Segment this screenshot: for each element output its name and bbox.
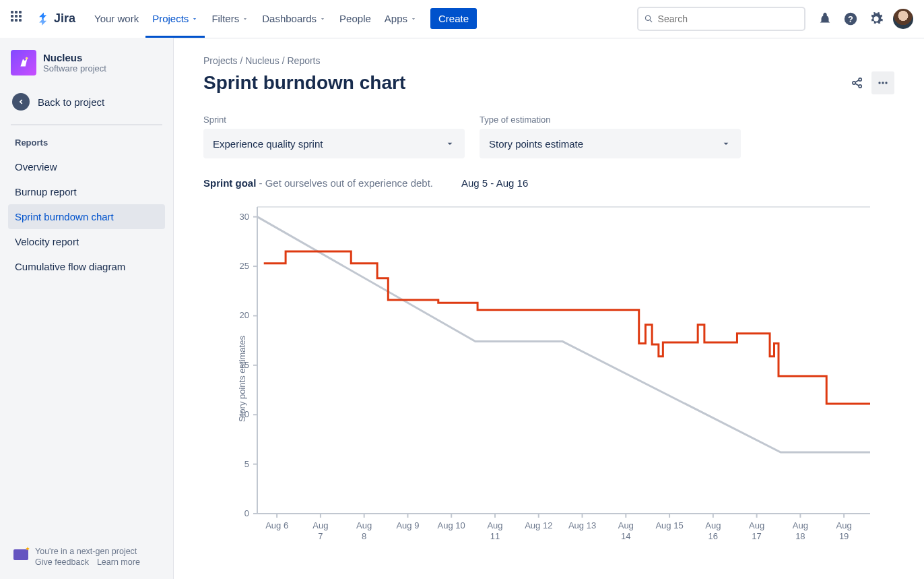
search-input[interactable] <box>658 13 799 24</box>
give-feedback-link[interactable]: Give feedback <box>35 557 89 567</box>
settings-icon[interactable] <box>865 8 887 30</box>
help-icon[interactable]: ? <box>840 8 861 30</box>
nav-apps[interactable]: Apps <box>378 0 424 38</box>
next-gen-icon <box>13 549 28 560</box>
sprint-select-label: Sprint <box>203 115 465 125</box>
svg-point-4 <box>26 57 28 60</box>
back-to-project[interactable]: Back to project <box>8 84 165 120</box>
share-button[interactable] <box>846 71 869 94</box>
svg-text:Aug 10: Aug 10 <box>438 520 465 530</box>
project-type: Software project <box>43 63 106 73</box>
sidebar-footer: You're in a next-gen project Give feedba… <box>8 541 165 572</box>
sidebar-item-overview[interactable]: Overview <box>8 154 165 179</box>
svg-line-8 <box>855 80 859 82</box>
nav-people[interactable]: People <box>333 0 378 38</box>
svg-text:Aug: Aug <box>487 520 502 530</box>
chevron-down-icon <box>242 16 249 22</box>
more-icon <box>876 76 890 90</box>
user-avatar[interactable] <box>893 9 913 29</box>
page-title: Sprint burndown chart <box>203 72 405 94</box>
svg-text:0: 0 <box>244 508 249 518</box>
svg-point-0 <box>645 16 650 20</box>
learn-more-link[interactable]: Learn more <box>97 557 140 567</box>
more-button[interactable] <box>871 71 894 94</box>
chevron-down-icon <box>319 16 326 22</box>
chevron-down-icon <box>191 16 198 22</box>
share-icon <box>851 76 864 90</box>
sidebar-item-sprint-burndown[interactable]: Sprint burndown chart <box>8 204 165 229</box>
chevron-down-icon <box>721 138 731 149</box>
nav-dashboards[interactable]: Dashboards <box>255 0 333 38</box>
svg-text:Aug: Aug <box>793 520 808 530</box>
nav-projects[interactable]: Projects <box>145 0 205 38</box>
estimation-select[interactable]: Story points estimate <box>480 129 741 158</box>
svg-text:8: 8 <box>362 531 366 541</box>
svg-text:Aug: Aug <box>705 520 721 530</box>
chevron-down-icon <box>410 16 417 22</box>
svg-text:?: ? <box>848 13 853 24</box>
svg-text:20: 20 <box>240 310 249 320</box>
sidebar-heading: Reports <box>8 131 165 154</box>
project-name: Nucleus <box>43 52 106 63</box>
project-icon <box>11 50 36 75</box>
nav-filters[interactable]: Filters <box>205 0 255 38</box>
svg-text:17: 17 <box>752 531 761 541</box>
svg-text:18: 18 <box>795 531 805 541</box>
sidebar-item-cumulative-flow[interactable]: Cumulative flow diagram <box>8 254 165 279</box>
search-box[interactable] <box>637 7 805 31</box>
svg-text:5: 5 <box>244 459 249 469</box>
top-bar: Jira Your work Projects Filters Dashboar… <box>0 0 924 38</box>
svg-point-12 <box>885 82 887 84</box>
sidebar-item-velocity[interactable]: Velocity report <box>8 229 165 254</box>
svg-text:16: 16 <box>708 531 718 541</box>
sidebar: Nucleus Software project Back to project… <box>0 38 174 579</box>
svg-text:Aug: Aug <box>356 520 372 530</box>
svg-text:Aug: Aug <box>749 520 764 530</box>
search-icon <box>644 13 654 24</box>
notifications-icon[interactable] <box>814 8 836 30</box>
svg-line-1 <box>650 20 652 22</box>
chevron-down-icon <box>444 138 455 149</box>
breadcrumb[interactable]: Projects / Nucleus / Reports <box>203 55 894 66</box>
svg-text:Aug: Aug <box>312 520 328 530</box>
svg-text:19: 19 <box>839 531 849 541</box>
y-axis-label: Story points estimates <box>237 336 247 422</box>
svg-text:Aug 12: Aug 12 <box>525 520 552 530</box>
sprint-date-range: Aug 5 - Aug 16 <box>461 177 528 189</box>
svg-text:Aug 13: Aug 13 <box>568 520 596 530</box>
sprint-goal: Sprint goal - Get ourselves out of exper… <box>203 177 433 189</box>
jira-logo[interactable]: Jira <box>36 11 75 26</box>
create-button[interactable]: Create <box>430 8 477 29</box>
project-header[interactable]: Nucleus Software project <box>8 50 165 84</box>
svg-text:7: 7 <box>318 531 323 541</box>
svg-text:Aug: Aug <box>836 520 852 530</box>
burndown-chart: Story points estimates 051015202530Aug 6… <box>203 204 894 554</box>
svg-text:14: 14 <box>621 531 630 541</box>
divider <box>11 124 162 125</box>
svg-text:Aug 9: Aug 9 <box>396 520 419 530</box>
sprint-select[interactable]: Experience quality sprint <box>203 129 465 158</box>
footer-text: You're in a next-gen project <box>35 547 140 556</box>
brand-text: Jira <box>54 11 75 26</box>
svg-text:25: 25 <box>240 261 249 271</box>
back-arrow-icon <box>12 93 30 111</box>
svg-point-11 <box>882 82 884 84</box>
svg-text:Aug 6: Aug 6 <box>265 520 288 530</box>
app-switcher-icon[interactable] <box>11 11 27 27</box>
svg-text:30: 30 <box>240 212 249 222</box>
svg-text:Aug: Aug <box>618 520 634 530</box>
sidebar-item-burnup[interactable]: Burnup report <box>8 179 165 204</box>
nav-your-work[interactable]: Your work <box>88 0 145 38</box>
svg-line-9 <box>855 84 859 86</box>
svg-text:Aug 15: Aug 15 <box>655 520 683 530</box>
main-content: Projects / Nucleus / Reports Sprint burn… <box>174 38 924 579</box>
svg-text:11: 11 <box>490 531 500 541</box>
svg-point-10 <box>878 82 880 84</box>
estimation-select-label: Type of estimation <box>480 115 741 125</box>
